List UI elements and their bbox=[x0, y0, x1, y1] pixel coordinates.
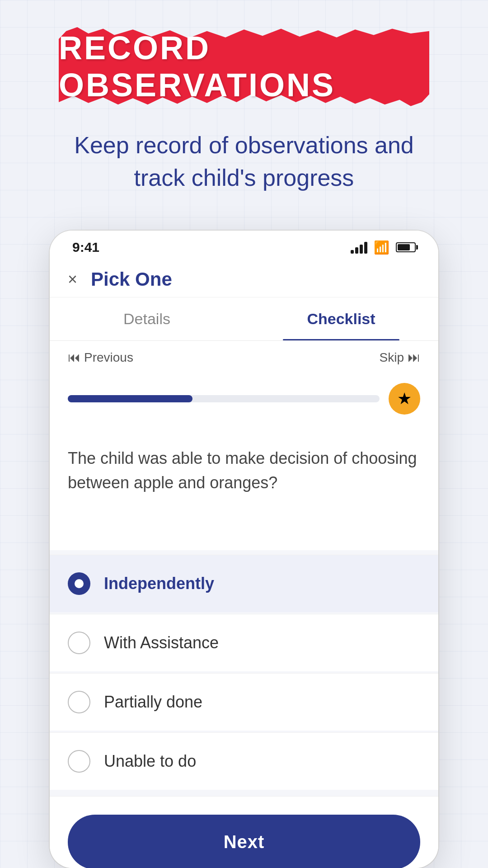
radio-unable-to-do bbox=[68, 750, 90, 773]
option-label-partially-done: Partially done bbox=[104, 693, 202, 712]
tab-details[interactable]: Details bbox=[50, 297, 244, 340]
option-label-with-assistance: With Assistance bbox=[104, 633, 219, 652]
app-header: × Pick One bbox=[50, 259, 438, 297]
star-badge: ★ bbox=[389, 383, 420, 415]
close-button[interactable]: × bbox=[68, 271, 77, 288]
progress-section: ★ bbox=[50, 374, 438, 424]
option-label-unable-to-do: Unable to do bbox=[104, 752, 196, 771]
radio-with-assistance bbox=[68, 632, 90, 654]
progress-bar bbox=[68, 395, 380, 402]
question-area: The child was able to make decision of c… bbox=[50, 424, 438, 550]
options-list: Independently With Assistance Partially … bbox=[50, 550, 438, 796]
skip-button[interactable]: Skip ⏭ bbox=[380, 350, 420, 365]
phone-mockup: 9:41 📶 × Pick One Details Checklist bbox=[50, 231, 438, 868]
option-unable-to-do[interactable]: Unable to do bbox=[50, 732, 438, 790]
page-subtitle: Keep record of observations and track ch… bbox=[68, 129, 420, 195]
header-banner: RECORD OBSERVATIONS bbox=[59, 27, 429, 106]
status-time: 9:41 bbox=[72, 240, 99, 255]
option-partially-done[interactable]: Partially done bbox=[50, 673, 438, 731]
banner-title: RECORD OBSERVATIONS bbox=[59, 29, 429, 104]
star-icon: ★ bbox=[397, 389, 412, 408]
signal-icon bbox=[351, 241, 367, 254]
radio-partially-done bbox=[68, 691, 90, 713]
battery-icon bbox=[396, 242, 416, 252]
status-icons: 📶 bbox=[351, 240, 416, 255]
option-label-independently: Independently bbox=[104, 574, 214, 593]
previous-button[interactable]: ⏮ Previous bbox=[68, 350, 133, 365]
wifi-icon: 📶 bbox=[374, 240, 389, 255]
option-with-assistance[interactable]: With Assistance bbox=[50, 614, 438, 671]
status-bar: 9:41 📶 bbox=[50, 231, 438, 259]
next-btn-area: Next bbox=[50, 796, 438, 868]
tab-checklist[interactable]: Checklist bbox=[244, 297, 438, 340]
app-title: Pick One bbox=[91, 269, 172, 290]
question-text: The child was able to make decision of c… bbox=[68, 446, 420, 495]
option-independently[interactable]: Independently bbox=[50, 555, 438, 612]
next-button[interactable]: Next bbox=[68, 815, 420, 868]
nav-row: ⏮ Previous Skip ⏭ bbox=[50, 341, 438, 374]
tab-bar: Details Checklist bbox=[50, 297, 438, 341]
progress-fill bbox=[68, 395, 192, 402]
radio-independently bbox=[68, 572, 90, 595]
